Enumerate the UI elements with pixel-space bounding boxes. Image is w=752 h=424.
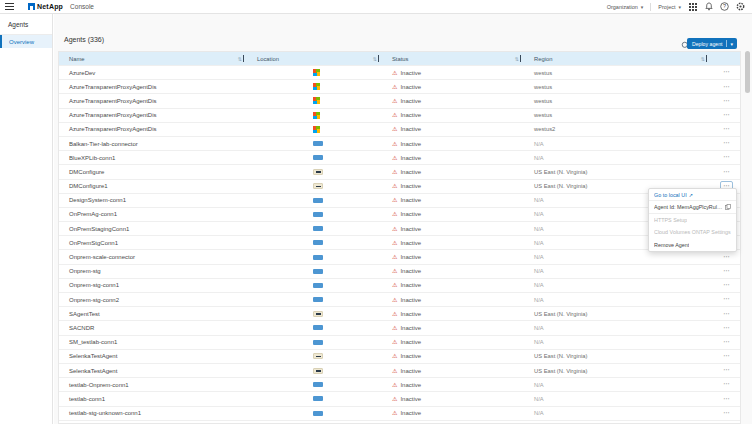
row-actions-kebab-icon[interactable]: ⋯	[720, 167, 733, 178]
deploy-agent-button[interactable]: Deploy agent ▾	[687, 38, 737, 49]
onprem-icon	[313, 269, 323, 274]
row-actions-kebab-icon[interactable]: ⋯	[720, 152, 733, 163]
sort-icon[interactable]: ⇅	[515, 55, 524, 62]
agent-name: testlab-conn1	[69, 396, 105, 402]
row-actions-kebab-icon[interactable]: ⋯	[720, 323, 733, 334]
row-actions-kebab-icon[interactable]: ⋯	[720, 408, 733, 419]
table-row[interactable]: AzureTransparentProxyAgentDis ⚠ Inactive…	[59, 108, 740, 122]
agent-name: AzureTransparentProxyAgentDis	[69, 84, 156, 90]
row-actions-kebab-icon[interactable]: ⋯	[720, 96, 733, 107]
onprem-icon	[313, 340, 323, 345]
warning-triangle-icon: ⚠	[392, 268, 397, 274]
row-actions-kebab-icon[interactable]: ⋯	[720, 82, 733, 93]
row-actions-kebab-icon[interactable]: ⋯	[720, 67, 733, 78]
agent-status: Inactive	[400, 211, 421, 217]
row-actions-kebab-icon[interactable]: ⋯	[720, 379, 733, 390]
row-actions-kebab-icon[interactable]: ⋯	[720, 294, 733, 305]
table-row[interactable]: BlueXPLib-conn1 ⚠ Inactive N/A ⋯	[59, 150, 740, 164]
agent-name: Onprem-scale-connector	[69, 254, 135, 260]
table-row[interactable]: DMConfigure ⚠ Inactive US East (N. Virgi…	[59, 164, 740, 178]
table-row[interactable]: OnPremStagingConn1 ⚠ Inactive N/A ⋯	[59, 221, 740, 235]
vertical-scrollbar[interactable]	[745, 15, 751, 423]
agent-region: US East (N. Virginia)	[534, 311, 587, 317]
row-actions-kebab-icon[interactable]: ⋯	[720, 138, 733, 149]
table-row[interactable]: AzureTransparentProxyAgentDis ⚠ Inactive…	[59, 122, 740, 136]
table-row[interactable]: DMConfigure1 ⚠ Inactive US East (N. Virg…	[59, 179, 740, 193]
scrollbar-thumb[interactable]	[745, 51, 750, 93]
table-row[interactable]: AzureDev ⚠ Inactive westus ⋯	[59, 65, 740, 79]
table-row[interactable]: testlab-Onprem-conn1 ⚠ Inactive N/A ⋯	[59, 377, 740, 391]
column-header-location[interactable]: Location ⇅	[247, 52, 382, 65]
row-actions-kebab-icon[interactable]: ⋯	[720, 110, 733, 121]
table-row[interactable]: SelenkaTestAgent ⚠ Inactive US East (N. …	[59, 363, 740, 377]
table-row[interactable]: Onprem-stg-conn2 ⚠ Inactive N/A ⋯	[59, 292, 740, 306]
warning-triangle-icon: ⚠	[392, 240, 397, 246]
row-actions-kebab-icon[interactable]: ⋯	[720, 365, 733, 376]
table-row[interactable]: SelenkaTestAgent ⚠ Inactive US East (N. …	[59, 349, 740, 363]
table-row[interactable]: Balkan-Tier-lab-connector ⚠ Inactive N/A…	[59, 136, 740, 150]
row-actions-kebab-icon[interactable]: ⋯	[720, 252, 733, 263]
table-row[interactable]: testlab-stg-unknown-conn2 ⚠ Inactive N/A…	[59, 420, 740, 424]
table-row[interactable]: testlab-conn1 ⚠ Inactive N/A ⋯	[59, 391, 740, 405]
topbar-right: Organization ▾ Project ▾ ?	[607, 2, 752, 11]
hamburger-menu-icon[interactable]	[5, 3, 14, 10]
menu-item[interactable]: Go to local UI ↗	[649, 189, 736, 201]
agent-name: Onprem-stg-conn1	[69, 282, 119, 288]
divider	[650, 3, 651, 11]
aws-icon	[313, 183, 323, 189]
project-selector[interactable]: Project ▾	[658, 4, 681, 10]
table-row[interactable]: OnPremAg-conn1 ⚠ Inactive N/A ⋯	[59, 207, 740, 221]
sort-icon[interactable]: ⇅	[238, 55, 247, 62]
onprem-icon	[313, 240, 323, 245]
table-row[interactable]: OnPremStgConn1 ⚠ Inactive N/A ⋯	[59, 235, 740, 249]
agent-name: OnPremStgConn1	[69, 240, 118, 246]
row-actions-kebab-icon[interactable]: ⋯	[720, 337, 733, 348]
agent-region: N/A	[534, 410, 544, 416]
copy-icon[interactable]	[725, 204, 731, 211]
table-row[interactable]: SM_testlab-conn1 ⚠ Inactive N/A ⋯	[59, 335, 740, 349]
netapp-logo-icon	[28, 3, 35, 10]
agent-status: Inactive	[400, 112, 421, 118]
row-actions-kebab-icon[interactable]: ⋯	[720, 266, 733, 277]
chevron-down-icon: ▾	[678, 4, 681, 10]
row-actions-kebab-icon[interactable]: ⋯	[720, 351, 733, 362]
menu-item-label: HTTPS Setup	[654, 217, 687, 223]
row-actions-kebab-icon[interactable]: ⋯	[720, 394, 733, 405]
settings-gear-icon[interactable]	[736, 2, 745, 11]
row-actions-kebab-icon[interactable]: ⋯	[720, 124, 733, 135]
row-actions-kebab-icon[interactable]: ⋯	[720, 280, 733, 291]
table-row[interactable]: AzureTransparentProxyAgentDis ⚠ Inactive…	[59, 93, 740, 107]
column-header-name[interactable]: Name ⇅	[59, 52, 247, 65]
warning-triangle-icon: ⚠	[392, 311, 397, 317]
sort-icon[interactable]: ⇅	[373, 55, 382, 62]
table-row[interactable]: AzureTransparentProxyAgentDis ⚠ Inactive…	[59, 79, 740, 93]
sidebar-section-title: Agents	[0, 14, 52, 35]
agent-name: Onprem-stg-conn2	[69, 297, 119, 303]
table-row[interactable]: Onprem-stg-conn1 ⚠ Inactive N/A ⋯	[59, 278, 740, 292]
agent-status: Inactive	[400, 126, 421, 132]
row-actions-kebab-icon[interactable]: ⋯	[720, 309, 733, 320]
agent-status: Inactive	[400, 368, 421, 374]
chevron-down-icon[interactable]: ▾	[729, 41, 734, 47]
table-row[interactable]: SACNDR ⚠ Inactive N/A ⋯	[59, 320, 740, 334]
agent-name: DMConfigure	[69, 169, 104, 175]
table-row[interactable]: DesignSystem-conn1 ⚠ Inactive N/A ⋯	[59, 193, 740, 207]
table-row[interactable]: Onprem-stg ⚠ Inactive N/A ⋯	[59, 264, 740, 278]
apps-icon[interactable]	[688, 2, 697, 11]
table-row[interactable]: Onprem-scale-connector ⚠ Inactive N/A ⋯	[59, 249, 740, 263]
chevron-down-icon: ▾	[641, 4, 644, 10]
table-row[interactable]: SAgentTest ⚠ Inactive US East (N. Virgin…	[59, 306, 740, 320]
menu-item[interactable]: Agent Id: MemAggPlcyRules1NG4-4M...	[649, 201, 736, 213]
notifications-bell-icon[interactable]	[704, 2, 713, 11]
agent-region: US East (N. Virginia)	[534, 183, 587, 189]
column-header-region[interactable]: Region ⇅	[524, 52, 710, 65]
onprem-icon	[313, 283, 323, 288]
table-row[interactable]: testlab-stg-unknown-conn1 ⚠ Inactive N/A…	[59, 406, 740, 420]
help-icon[interactable]: ?	[720, 2, 729, 11]
sidebar-item-overview[interactable]: Overview	[0, 35, 52, 48]
sort-icon[interactable]: ⇅	[701, 55, 710, 62]
column-header-status[interactable]: Status ⇅	[382, 52, 524, 65]
organization-selector[interactable]: Organization ▾	[607, 4, 644, 10]
menu-item[interactable]: Remove Agent	[649, 239, 736, 251]
agent-status: Inactive	[400, 197, 421, 203]
